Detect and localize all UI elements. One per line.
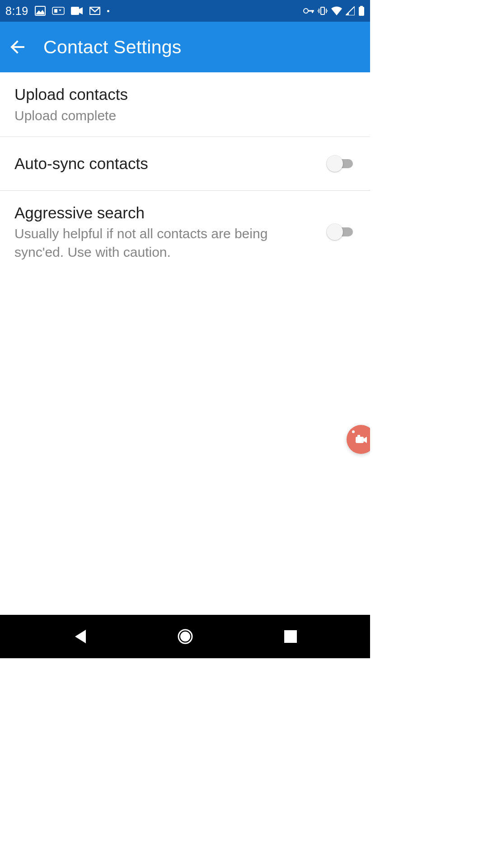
circle-icon bbox=[177, 628, 193, 645]
svg-rect-7 bbox=[321, 7, 324, 14]
triangle-left-icon bbox=[73, 629, 87, 644]
svg-rect-6 bbox=[312, 10, 313, 13]
auto-sync-title: Auto-sync contacts bbox=[14, 153, 316, 174]
upload-contacts-subtitle: Upload complete bbox=[14, 107, 345, 125]
aggressive-search-row[interactable]: Aggressive search Usually helpful if not… bbox=[0, 191, 370, 274]
svg-rect-2 bbox=[54, 9, 57, 13]
gmail-icon bbox=[89, 6, 101, 15]
svg-rect-11 bbox=[357, 435, 360, 437]
settings-list: Upload contacts Upload complete Auto-syn… bbox=[0, 72, 370, 273]
toggle-thumb bbox=[327, 224, 343, 240]
auto-sync-toggle[interactable] bbox=[327, 155, 356, 173]
battery-icon bbox=[358, 6, 365, 16]
back-button[interactable] bbox=[7, 36, 29, 58]
svg-point-13 bbox=[180, 632, 190, 642]
app-bar: Contact Settings bbox=[0, 22, 370, 72]
status-left-group: 8:19 bbox=[5, 5, 109, 18]
image-icon bbox=[35, 6, 46, 16]
notification-dot-icon bbox=[107, 10, 109, 12]
upload-contacts-title: Upload contacts bbox=[14, 84, 345, 105]
navigation-bar bbox=[0, 615, 370, 658]
nav-recent-button[interactable] bbox=[277, 623, 304, 650]
nav-back-button[interactable] bbox=[66, 623, 94, 650]
svg-rect-14 bbox=[284, 630, 297, 643]
svg-rect-1 bbox=[52, 7, 64, 14]
upload-contacts-row[interactable]: Upload contacts Upload complete bbox=[0, 72, 370, 137]
camera-icon bbox=[355, 434, 367, 445]
aggressive-search-subtitle: Usually helpful if not all contacts are … bbox=[14, 225, 316, 261]
svg-rect-3 bbox=[71, 7, 79, 15]
status-time: 8:19 bbox=[5, 5, 28, 18]
status-bar: 8:19 bbox=[0, 0, 370, 22]
page-title: Contact Settings bbox=[43, 37, 182, 58]
key-icon bbox=[303, 8, 314, 14]
aggressive-search-title: Aggressive search bbox=[14, 203, 316, 223]
toggle-thumb bbox=[327, 156, 343, 172]
auto-sync-row[interactable]: Auto-sync contacts bbox=[0, 137, 370, 191]
svg-rect-5 bbox=[308, 10, 314, 12]
svg-rect-10 bbox=[356, 437, 364, 443]
arrow-left-icon bbox=[9, 38, 27, 56]
aggressive-search-toggle[interactable] bbox=[327, 223, 356, 241]
status-right-group bbox=[303, 6, 365, 16]
video-icon bbox=[71, 7, 83, 15]
wifi-icon bbox=[331, 6, 342, 15]
screen-recorder-fab[interactable] bbox=[347, 425, 370, 454]
nav-home-button[interactable] bbox=[172, 623, 199, 650]
cast-icon bbox=[52, 7, 65, 15]
svg-rect-9 bbox=[359, 7, 364, 16]
square-icon bbox=[284, 630, 297, 643]
vibrate-icon bbox=[318, 6, 328, 16]
cellular-icon bbox=[346, 6, 355, 15]
svg-point-4 bbox=[304, 9, 308, 13]
